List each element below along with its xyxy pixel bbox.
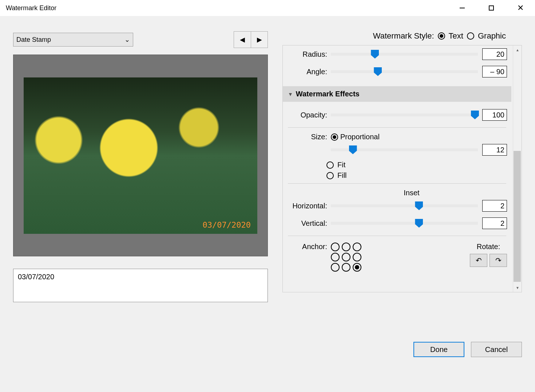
close-icon: ✕ [517,4,524,12]
radius-value[interactable]: 20 [482,48,507,60]
preset-selected: Date Stamp [16,36,51,44]
size-slider-row: 12 [283,141,511,159]
radius-label: Radius: [287,50,327,59]
cancel-button[interactable]: Cancel [471,342,522,357]
scroll-down-icon[interactable]: ▼ [513,283,522,292]
dialog-buttons: Done Cancel [0,336,535,363]
style-text-radio[interactable] [438,32,445,40]
style-label: Watermark Style: [373,31,434,41]
rotate-buttons: ↶ ↷ [470,254,507,267]
anchor-mc[interactable] [342,253,350,261]
preview-frame: 03/07/2020 [13,55,268,256]
disclosure-triangle-icon: ▼ [288,91,293,97]
angle-thumb[interactable] [374,67,382,76]
opacity-thumb[interactable] [471,111,479,119]
rotate-label: Rotate: [477,243,500,251]
anchor-ml[interactable] [331,253,340,261]
prev-image-button[interactable]: ◀ [234,32,251,48]
size-row: Size: Proportional [283,131,511,141]
style-text-label: Text [449,31,463,41]
inset-vertical-value[interactable]: 2 [482,217,507,229]
done-button[interactable]: Done [413,342,464,357]
size-proportional-label: Proportional [340,133,380,141]
next-image-button[interactable]: ▶ [251,32,268,48]
watermark-text-input[interactable]: 03/07/2020 [13,269,268,302]
preview-image: 03/07/2020 [24,77,257,234]
settings-scrollbar[interactable]: ▲ ▼ [513,45,522,292]
inset-v-thumb[interactable] [415,219,423,228]
window-title: Watermark Editor [6,4,56,12]
anchor-grid [331,243,362,272]
opacity-value[interactable]: 100 [482,109,507,121]
watermark-preview-text: 03/07/2020 [203,220,251,229]
minimize-icon [460,8,465,8]
size-value[interactable]: 12 [482,144,507,156]
radius-slider[interactable] [331,53,478,56]
inset-title: Inset [283,189,511,197]
inset-horizontal-slider[interactable] [331,204,478,207]
angle-label: Angle: [287,68,327,76]
effects-header[interactable]: ▼ Watermark Effects [283,86,511,102]
angle-value[interactable]: – 90 [482,66,507,77]
anchor-tr[interactable] [353,243,361,251]
radius-thumb[interactable] [371,50,379,59]
preset-dropdown[interactable]: Date Stamp ⌄ [13,33,133,47]
divider [288,183,506,184]
size-thumb[interactable] [349,145,357,154]
opacity-label: Opacity: [287,111,327,119]
size-proportional-radio[interactable] [331,133,338,141]
size-slider[interactable] [331,148,478,151]
scroll-thumb[interactable] [514,151,521,282]
size-fill-radio[interactable] [326,172,334,179]
inset-vertical-row: Vertical: 2 [283,215,511,232]
settings-panel: Radius: 20 Angle: – 90 ▼ Watermark Effec… [282,45,522,292]
rotate-right-button[interactable]: ↷ [490,254,507,267]
anchor-bl[interactable] [331,263,340,272]
size-fit-label: Fit [337,161,345,169]
size-fill-label: Fill [337,171,347,180]
inset-horizontal-label: Horizontal: [287,202,327,210]
angle-row: Angle: – 90 [283,63,511,80]
preview-nav: ◀ ▶ [234,31,268,48]
anchor-bc[interactable] [342,263,350,272]
scroll-up-icon[interactable]: ▲ [513,45,522,54]
titlebar: Watermark Editor ✕ [0,0,535,16]
size-fit-row: Fit [283,161,511,169]
watermark-style-row: Watermark Style: Text Graphic [282,31,522,41]
opacity-slider[interactable] [331,113,478,116]
chevron-down-icon: ⌄ [124,36,130,44]
inset-vertical-label: Vertical: [287,219,327,228]
minimize-button[interactable] [448,0,477,16]
opacity-row: Opacity: 100 [283,106,511,124]
close-button[interactable]: ✕ [506,0,535,16]
size-fill-row: Fill [283,171,511,180]
style-graphic-radio[interactable] [467,32,474,40]
divider [288,127,506,128]
inset-horizontal-value[interactable]: 2 [482,200,507,212]
inset-vertical-slider[interactable] [331,222,478,225]
anchor-tc[interactable] [342,243,350,251]
anchor-mr[interactable] [353,253,361,261]
anchor-label: Anchor: [287,243,327,251]
style-graphic-label: Graphic [478,31,506,41]
inset-h-thumb[interactable] [415,201,423,210]
size-label: Size: [287,133,327,141]
anchor-rotate-row: Anchor: Rotate: [283,240,511,275]
anchor-tl[interactable] [331,243,340,251]
divider [288,236,506,236]
maximize-icon [489,5,494,11]
window-controls: ✕ [448,0,535,16]
inset-horizontal-row: Horizontal: 2 [283,197,511,215]
maximize-button[interactable] [477,0,506,16]
rotate-left-button[interactable]: ↶ [470,254,487,267]
size-fit-radio[interactable] [326,161,334,169]
radius-row: Radius: 20 [283,45,511,63]
angle-slider[interactable] [331,70,478,73]
anchor-br[interactable] [353,263,361,272]
